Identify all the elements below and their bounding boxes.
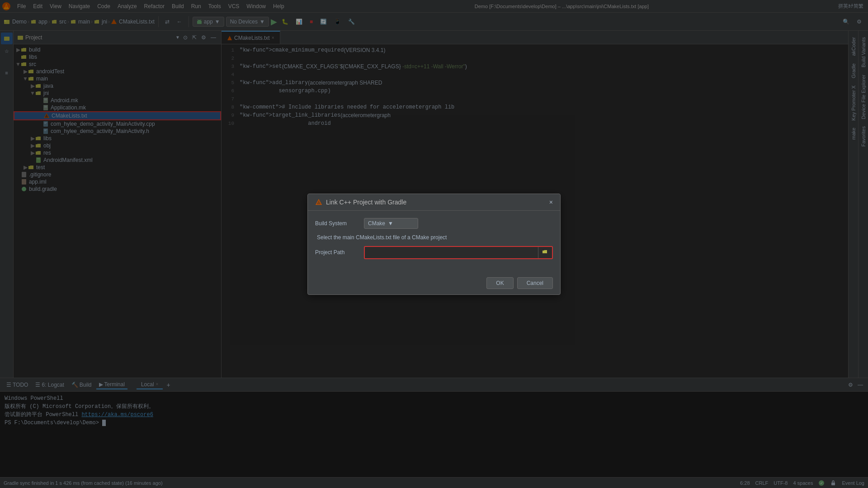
dialog-body: Build System CMake ▼ Select the main CMa… [308,211,560,272]
link-cpp-dialog: Link C++ Project with Gradle × Build Sys… [307,194,561,295]
dialog-cmake-icon [315,199,322,206]
project-path-input[interactable] [365,247,538,257]
modal-overlay: Link C++ Project with Gradle × Build Sys… [0,0,868,488]
ok-button[interactable]: OK [486,277,513,289]
project-path-row: Project Path [315,246,553,259]
build-system-row: Build System CMake ▼ [315,218,553,229]
dialog-description: Select the main CMakeLists.txt file of a… [315,234,553,241]
browse-button[interactable] [538,247,552,258]
build-system-select[interactable]: CMake ▼ [364,218,418,229]
dialog-title: Link C++ Project with Gradle [326,199,546,206]
build-system-label: Build System [315,220,360,227]
project-path-label: Project Path [315,249,360,256]
dialog-close-button[interactable]: × [549,199,553,206]
dialog-footer: OK Cancel [308,272,560,294]
cancel-button[interactable]: Cancel [517,277,553,289]
project-path-input-wrapper [364,246,553,259]
build-system-dropdown-icon: ▼ [388,220,393,227]
browse-folder-icon [542,249,548,255]
build-system-value: CMake [368,220,385,227]
dialog-header: Link C++ Project with Gradle × [308,194,560,211]
